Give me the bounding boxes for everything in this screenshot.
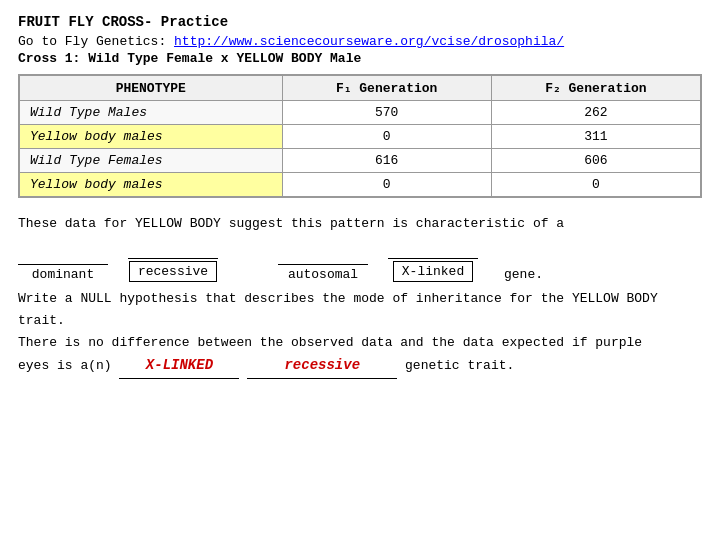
recessive-box[interactable]: recessive [129, 261, 217, 282]
xlinked-box[interactable]: X-linked [393, 261, 473, 282]
table-row: Yellow body males0311 [20, 125, 701, 149]
autosomal-label: autosomal [288, 267, 358, 282]
recessive-choice[interactable]: recessive [128, 241, 218, 282]
col-f1-header: F₁ Generation [282, 76, 491, 101]
table-row: Wild Type Males570262 [20, 101, 701, 125]
autosomal-underline [278, 247, 368, 265]
answer2: recessive [247, 354, 397, 379]
f2-cell: 606 [491, 149, 700, 173]
f1-cell: 616 [282, 149, 491, 173]
dominant-underline [18, 247, 108, 265]
choices-row: dominant recessive autosomal X-linked ge… [18, 241, 702, 282]
data-table: PHENOTYPE F₁ Generation F₂ Generation Wi… [18, 74, 702, 198]
phenotype-cell: Yellow body males [20, 125, 283, 149]
null-hypo: Write a NULL hypothesis that describes t… [18, 288, 702, 379]
answer1: X-LINKED [119, 354, 239, 379]
recessive-underline [128, 241, 218, 259]
cross-label: Cross 1: Wild Type Female x YELLOW BODY … [18, 51, 702, 66]
null-line1: Write a NULL hypothesis that describes t… [18, 291, 658, 306]
f2-cell: 311 [491, 125, 700, 149]
col-f2-header: F₂ Generation [491, 76, 700, 101]
null-line2: trait. [18, 313, 65, 328]
f1-cell: 570 [282, 101, 491, 125]
autosomal-choice: autosomal [278, 247, 368, 282]
table-row: Wild Type Females616606 [20, 149, 701, 173]
null-line4: eyes is a(n) [18, 358, 112, 373]
f2-cell: 0 [491, 173, 700, 197]
phenotype-cell: Wild Type Males [20, 101, 283, 125]
fly-genetics-link[interactable]: http://www.sciencecourseware.org/vcise/d… [174, 34, 564, 49]
f1-cell: 0 [282, 173, 491, 197]
phenotype-cell: Yellow body males [20, 173, 283, 197]
genetic-trait-suffix: genetic trait. [405, 358, 514, 373]
f2-cell: 262 [491, 101, 700, 125]
xlinked-choice[interactable]: X-linked [388, 241, 478, 282]
col-phenotype-header: PHENOTYPE [20, 76, 283, 101]
phenotype-cell: Wild Type Females [20, 149, 283, 173]
go-to-label: Go to Fly Genetics: [18, 34, 174, 49]
suggest-text: These data for YELLOW BODY suggest this … [18, 214, 702, 235]
null-line3: There is no difference between the obser… [18, 335, 642, 350]
xlinked-underline [388, 241, 478, 259]
dominant-choice: dominant [18, 247, 108, 282]
dominant-label: dominant [32, 267, 94, 282]
table-row: Yellow body males00 [20, 173, 701, 197]
page-title: FRUIT FLY CROSS- Practice [18, 14, 702, 30]
f1-cell: 0 [282, 125, 491, 149]
go-to-line: Go to Fly Genetics: http://www.scienceco… [18, 34, 702, 49]
gene-suffix: gene. [504, 267, 543, 282]
